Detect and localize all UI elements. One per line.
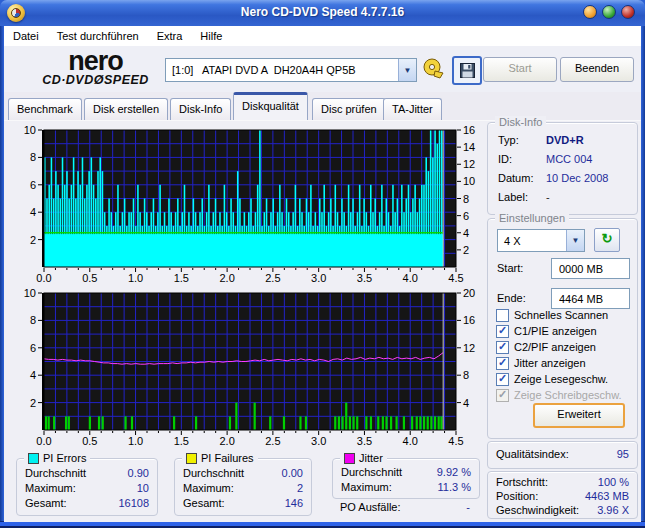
checkbox-schnelles-scannen[interactable]: Schnelles Scannen [496, 308, 608, 322]
progress-box: Fortschritt:100 % Position:4463 MB Gesch… [487, 471, 638, 519]
svg-text:2: 2 [463, 244, 469, 256]
checkbox-box[interactable] [496, 325, 509, 338]
tab-benchmark[interactable]: Benchmark [8, 98, 82, 120]
disk-info-row: Datum:10 Dec 2008 [498, 171, 627, 186]
svg-text:0.5: 0.5 [82, 435, 97, 445]
pi-errors-stats-box: PI Errors Durchschnitt0.90 Maximum:10 Ge… [16, 458, 158, 516]
checkbox-c1-pie[interactable]: C1/PIE anzeigen [496, 324, 597, 338]
menu-datei[interactable]: Datei [4, 27, 48, 46]
tab-disk-erstellen[interactable]: Disk erstellen [84, 98, 168, 120]
progress-row: Position:4463 MB [496, 489, 629, 504]
end-position-field[interactable] [551, 288, 630, 309]
chevron-down-icon[interactable]: ▼ [566, 230, 584, 251]
po-failures-row: PO Ausfälle: - [340, 501, 470, 515]
pi-errors-stats-title: PI Errors [43, 452, 86, 464]
svg-text:0.0: 0.0 [36, 272, 51, 282]
svg-text:3.0: 3.0 [311, 272, 326, 282]
stat-row: Durchschnitt0.00 [183, 466, 303, 481]
drive-selector[interactable]: [1:0] ATAPI DVD A DH20A4H QP5B ▼ [165, 58, 417, 82]
progress-row: Fortschritt:100 % [496, 475, 629, 490]
stat-row: Maximum:10 [25, 481, 149, 496]
svg-text:1.0: 1.0 [128, 272, 143, 282]
save-button[interactable] [452, 56, 482, 85]
svg-text:2: 2 [30, 234, 36, 246]
checkbox-schreibgeschw: Zeige Schreibgeschw. [496, 388, 622, 402]
svg-text:8: 8 [30, 151, 36, 163]
eject-disc-button[interactable] [421, 57, 447, 81]
tab-disk-info[interactable]: Disk-Info [170, 98, 231, 120]
svg-text:1.5: 1.5 [174, 272, 189, 282]
svg-text:4: 4 [463, 227, 469, 239]
tab-disc-pruefen[interactable]: Disc prüfen [312, 98, 386, 120]
refresh-icon: ↻ [602, 231, 613, 246]
svg-text:8: 8 [463, 193, 469, 205]
stat-row: Maximum:11.3 % [341, 480, 471, 495]
checkbox-lesegeschw[interactable]: Zeige Lesegeschw. [496, 372, 608, 386]
start-button[interactable]: Start [483, 57, 557, 82]
svg-text:20: 20 [463, 287, 475, 299]
checkbox-jitter[interactable]: Jitter anzeigen [496, 356, 586, 370]
checkbox-box[interactable] [496, 341, 509, 354]
tab-diskqualitaet[interactable]: Diskqualität [233, 92, 308, 120]
jitter-stats-box: Jitter Durchschnitt9.92 % Maximum:11.3 % [332, 458, 480, 499]
menu-extra[interactable]: Extra [148, 27, 192, 46]
stat-row: Durchschnitt9.92 % [341, 465, 471, 480]
svg-text:6: 6 [463, 210, 469, 222]
disk-info-title: Disk-Info [495, 116, 546, 128]
svg-text:2.5: 2.5 [265, 435, 280, 445]
advanced-button[interactable]: Erweitert [533, 403, 625, 428]
svg-text:0.0: 0.0 [36, 435, 51, 445]
svg-text:4.0: 4.0 [403, 435, 418, 445]
tab-ta-jitter[interactable]: TA-Jitter [383, 98, 442, 120]
jitter-legend-swatch [344, 453, 355, 464]
svg-text:16: 16 [463, 314, 475, 326]
svg-text:1.0: 1.0 [128, 435, 143, 445]
chevron-down-icon[interactable]: ▼ [398, 59, 416, 81]
menu-hilfe[interactable]: Hilfe [191, 27, 231, 46]
quality-index-label: Qualitätsindex: [496, 448, 569, 460]
window-border-bottom [0, 521, 645, 528]
svg-text:4.5: 4.5 [448, 435, 463, 445]
close-button[interactable] [621, 5, 635, 19]
pi-errors-legend-swatch [28, 453, 39, 464]
svg-text:2: 2 [30, 397, 36, 409]
title-bar: Nero CD-DVD Speed 4.7.7.16 [0, 0, 645, 26]
svg-text:3.5: 3.5 [357, 435, 372, 445]
stat-row: Gesamt:146 [183, 496, 303, 511]
svg-text:4: 4 [30, 206, 36, 218]
checkbox-box[interactable] [496, 357, 509, 370]
window-title: Nero CD-DVD Speed 4.7.7.16 [0, 5, 645, 19]
speed-selector[interactable]: 4 X ▼ [497, 229, 585, 252]
svg-text:10: 10 [463, 175, 475, 187]
svg-text:12: 12 [463, 342, 475, 354]
disk-info-box: Disk-Info Typ:DVD+R ID:MCC 004 Datum:10 … [487, 122, 638, 215]
disk-info-row: Label:- [498, 190, 627, 205]
speed-selector-value: 4 X [498, 235, 566, 247]
svg-text:4: 4 [30, 369, 36, 381]
disk-info-row: ID:MCC 004 [498, 152, 627, 167]
maximize-button[interactable] [602, 5, 616, 19]
drive-selector-value: [1:0] ATAPI DVD A DH20A4H QP5B [166, 64, 398, 76]
pi-errors-chart: 0.00.51.01.52.02.53.03.54.04.52468102468… [8, 124, 482, 282]
svg-text:4.5: 4.5 [448, 272, 463, 282]
disk-info-row: Typ:DVD+R [498, 133, 627, 148]
quality-index-box: Qualitätsindex: 95 [487, 441, 638, 469]
window-border-right [641, 26, 645, 528]
checkbox-box [496, 389, 509, 402]
start-position-field[interactable] [551, 258, 630, 279]
pi-failures-stats-title: PI Failures [201, 452, 254, 464]
minimize-button[interactable] [583, 5, 597, 19]
stat-row: Durchschnitt0.90 [25, 466, 149, 481]
menu-test-durchfuehren[interactable]: Test durchführen [48, 27, 148, 46]
po-failures-label: PO Ausfälle: [340, 501, 401, 513]
quality-index-row: Qualitätsindex: 95 [496, 447, 629, 462]
checkbox-c2-pif[interactable]: C2/PIF anzeigen [496, 340, 596, 354]
refresh-button[interactable]: ↻ [594, 228, 620, 252]
quit-button[interactable]: Beenden [560, 57, 634, 82]
pi-failures-stats-box: PI Failures Durchschnitt0.00 Maximum:2 G… [174, 458, 312, 516]
po-failures-value: - [466, 501, 470, 513]
svg-text:0.5: 0.5 [82, 272, 97, 282]
checkbox-box[interactable] [496, 309, 509, 322]
checkbox-box[interactable] [496, 373, 509, 386]
svg-text:8: 8 [30, 314, 36, 326]
